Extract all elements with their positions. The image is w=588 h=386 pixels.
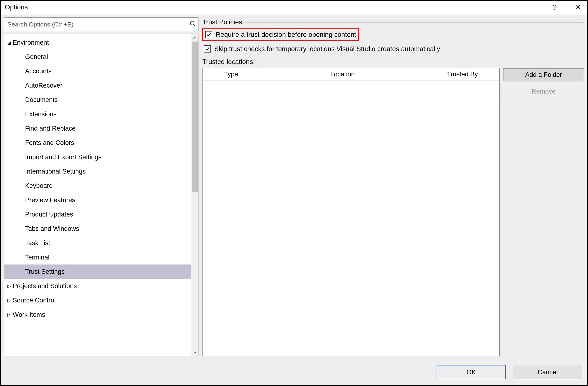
tree-item-task-list[interactable]: Task List [4, 236, 191, 250]
tree-item-label: Extensions [25, 111, 57, 118]
group-divider [245, 22, 584, 22]
tree-item-terminal[interactable]: Terminal [4, 250, 191, 264]
tree-item-accounts[interactable]: Accounts [4, 64, 191, 78]
tree-item-projects-and-solutions[interactable]: ▷Projects and Solutions [4, 279, 191, 293]
skip-temp-checkbox[interactable] [204, 45, 211, 53]
tree-item-tabs-and-windows[interactable]: Tabs and Windows [4, 222, 191, 236]
tree-item-label: Keyboard [25, 182, 53, 189]
group-title: Trust Policies [202, 18, 242, 26]
column-header-type[interactable]: Type [203, 68, 260, 81]
collapse-icon[interactable]: ◢ [6, 40, 12, 45]
column-header-location[interactable]: Location [260, 68, 425, 81]
remove-button: Remove [503, 85, 584, 98]
titlebar: Options ? ✕ [1, 1, 587, 15]
add-folder-button[interactable]: Add a Folder [503, 68, 584, 81]
tree-item-import-and-export-settings[interactable]: Import and Export Settings [4, 150, 191, 164]
tree-item-label: Environment [13, 39, 49, 46]
tree-item-trust-settings[interactable]: Trust Settings [4, 264, 191, 279]
tree-item-label: Trust Settings [25, 268, 65, 275]
tree-item-label: AutoRecover [25, 82, 62, 89]
trusted-locations-label: Trusted locations: [202, 58, 584, 66]
tree-item-label: Task List [25, 240, 50, 247]
tree-item-label: Fonts and Colors [25, 139, 74, 146]
search-wrap [4, 18, 198, 31]
tree-item-autorecover[interactable]: AutoRecover [4, 78, 191, 93]
trusted-locations-table[interactable]: Type Location Trusted By [202, 68, 500, 356]
ok-button[interactable]: OK [437, 365, 506, 379]
scroll-up-icon[interactable] [191, 34, 198, 41]
require-trust-row[interactable]: Require a trust decision before opening … [202, 28, 359, 41]
tree-item-label: International Settings [25, 168, 86, 175]
tree-scrollbar[interactable] [191, 34, 198, 356]
tree-item-label: Work Items [13, 311, 45, 318]
tree-item-label: Accounts [25, 68, 52, 75]
tree-item-fonts-and-colors[interactable]: Fonts and Colors [4, 136, 191, 150]
navigation-tree: ◢EnvironmentGeneralAccountsAutoRecoverDo… [4, 34, 191, 356]
expand-icon[interactable]: ▷ [6, 312, 12, 318]
tree-item-keyboard[interactable]: Keyboard [4, 179, 191, 193]
tree-item-source-control[interactable]: ▷Source Control [4, 293, 191, 307]
close-icon[interactable]: ✕ [573, 3, 583, 11]
cancel-button[interactable]: Cancel [513, 365, 582, 379]
scroll-down-icon[interactable] [191, 349, 198, 356]
tree-item-extensions[interactable]: Extensions [4, 107, 191, 121]
search-input[interactable] [4, 18, 198, 31]
require-trust-checkbox[interactable] [205, 31, 212, 38]
tree-item-label: Source Control [13, 297, 56, 304]
tree-item-environment[interactable]: ◢Environment [4, 35, 191, 50]
tree-item-label: Projects and Solutions [13, 282, 77, 290]
skip-temp-row[interactable]: Skip trust checks for temporary location… [202, 44, 584, 54]
require-trust-label: Require a trust decision before opening … [216, 31, 356, 39]
tree-item-label: Find and Replace [25, 125, 76, 132]
tree-item-label: Import and Export Settings [25, 154, 102, 161]
help-icon[interactable]: ? [553, 3, 557, 11]
scroll-thumb[interactable] [192, 41, 198, 192]
tree-item-general[interactable]: General [4, 50, 191, 64]
tree-item-documents[interactable]: Documents [4, 93, 191, 107]
tree-item-preview-features[interactable]: Preview Features [4, 193, 191, 207]
tree-item-label: Product Updates [25, 211, 73, 218]
column-header-trusted-by[interactable]: Trusted By [425, 68, 499, 81]
trust-policies-header: Trust Policies [202, 18, 584, 26]
tree-item-work-items[interactable]: ▷Work Items [4, 307, 191, 322]
expand-icon[interactable]: ▷ [6, 283, 12, 289]
tree-item-label: Preview Features [25, 197, 75, 204]
window-title: Options [5, 3, 553, 11]
tree-item-product-updates[interactable]: Product Updates [4, 207, 191, 222]
tree-item-label: General [25, 53, 48, 61]
tree-item-label: Terminal [25, 254, 49, 261]
tree-item-label: Documents [25, 96, 58, 104]
tree-item-find-and-replace[interactable]: Find and Replace [4, 121, 191, 136]
expand-icon[interactable]: ▷ [6, 298, 12, 303]
skip-temp-label: Skip trust checks for temporary location… [214, 45, 440, 53]
tree-item-international-settings[interactable]: International Settings [4, 164, 191, 179]
tree-item-label: Tabs and Windows [25, 225, 79, 232]
